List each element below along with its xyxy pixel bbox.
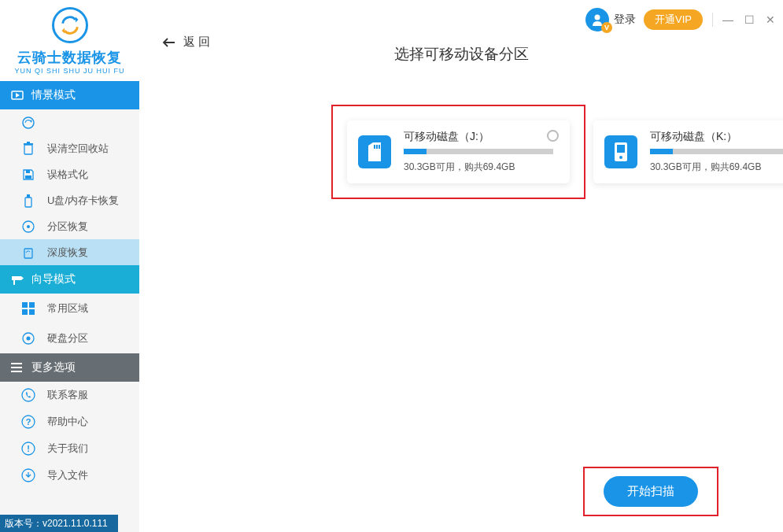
svg-rect-15 bbox=[24, 249, 32, 258]
harddisk-icon bbox=[20, 331, 36, 346]
arrow-left-icon bbox=[161, 37, 175, 48]
hamburger-icon bbox=[11, 361, 24, 374]
section-scene-label: 情景模式 bbox=[31, 88, 76, 102]
sidebar-item-label: 分区恢复 bbox=[47, 220, 88, 234]
usage-bar bbox=[404, 149, 553, 154]
sidebar-item-label: 联系客服 bbox=[47, 388, 88, 402]
avatar-icon: V bbox=[585, 8, 609, 31]
sidebar-item-label: 导入文件 bbox=[47, 468, 88, 482]
refresh-icon bbox=[20, 115, 36, 131]
svg-rect-18 bbox=[13, 280, 15, 285]
version-bar: 版本号：v2021.11.0.111 bbox=[0, 515, 118, 532]
svg-rect-9 bbox=[25, 175, 31, 179]
save-disk-icon bbox=[20, 167, 36, 183]
sidebar-item-import-file[interactable]: 导入文件 bbox=[0, 462, 139, 489]
svg-point-24 bbox=[27, 337, 31, 341]
card-body: 可移动磁盘（J:） 30.3GB可用，购共69.4GB bbox=[404, 130, 559, 174]
sidebar-item-label: 关于我们 bbox=[47, 441, 88, 456]
svg-rect-32 bbox=[374, 145, 375, 149]
user-block[interactable]: V 登录 bbox=[585, 8, 636, 31]
sidebar-item-deep-recovery[interactable]: 深度恢复 bbox=[0, 239, 139, 265]
recycle-bin-icon bbox=[20, 141, 36, 157]
deep-scan-icon bbox=[20, 245, 36, 260]
usage-bar bbox=[650, 149, 783, 154]
sidebar-item-label: 硬盘分区 bbox=[47, 331, 88, 345]
partition-icon bbox=[20, 219, 36, 235]
sidebar-item-label: 深度恢复 bbox=[47, 246, 88, 260]
maximize-button[interactable]: ☐ bbox=[744, 13, 755, 26]
partition-info: 30.3GB可用，购共69.4GB bbox=[404, 161, 559, 174]
svg-rect-16 bbox=[12, 276, 21, 280]
svg-rect-20 bbox=[29, 302, 35, 308]
import-icon bbox=[20, 467, 36, 483]
usage-bar-fill bbox=[650, 149, 673, 154]
minimize-button[interactable]: — bbox=[722, 13, 733, 26]
partition-title: 可移动磁盘（J:） bbox=[404, 130, 559, 144]
logo-subtitle: YUN QI SHI SHU JU HUI FU bbox=[14, 67, 124, 75]
sidebar-item-label: 误清空回收站 bbox=[47, 142, 109, 156]
hdd-icon bbox=[604, 135, 637, 168]
sidebar-item-contact-support[interactable]: 联系客服 bbox=[0, 382, 139, 408]
logo-title: 云骑士数据恢复 bbox=[17, 48, 122, 67]
svg-point-4 bbox=[23, 117, 34, 128]
svg-point-25 bbox=[22, 389, 35, 401]
svg-point-31 bbox=[595, 15, 600, 20]
sidebar-item-help-center[interactable]: ? 帮助中心 bbox=[0, 408, 139, 435]
svg-marker-1 bbox=[61, 28, 65, 33]
close-button[interactable]: ✕ bbox=[766, 13, 775, 26]
scene-icon bbox=[11, 89, 24, 102]
svg-rect-19 bbox=[22, 302, 28, 308]
window-controls: — ☐ ✕ bbox=[722, 13, 775, 26]
page-title: 选择可移动设备分区 bbox=[394, 44, 529, 65]
sidebar-item-about-us[interactable]: ! 关于我们 bbox=[0, 435, 139, 462]
partition-cards: 可移动磁盘（J:） 30.3GB可用，购共69.4GB 可移动磁盘（K:） 30… bbox=[347, 120, 783, 183]
phone-icon bbox=[20, 387, 36, 403]
sidebar-item-refresh[interactable] bbox=[0, 109, 139, 135]
svg-marker-3 bbox=[16, 93, 20, 98]
sidebar-item-label: 误格式化 bbox=[47, 168, 88, 182]
sidebar-item-label: 常用区域 bbox=[47, 301, 88, 316]
partition-title: 可移动磁盘（K:） bbox=[650, 130, 783, 144]
sidebar-item-disk-partition[interactable]: 硬盘分区 bbox=[0, 323, 139, 353]
radio-unselected[interactable] bbox=[547, 130, 559, 142]
svg-rect-22 bbox=[29, 309, 35, 315]
svg-rect-8 bbox=[27, 142, 30, 143]
sidebar-item-usb-recovery[interactable]: U盘/内存卡恢复 bbox=[0, 187, 139, 213]
partition-card-j[interactable]: 可移动磁盘（J:） 30.3GB可用，购共69.4GB bbox=[347, 120, 570, 183]
svg-rect-36 bbox=[617, 145, 625, 153]
usb-icon bbox=[20, 193, 36, 209]
sidebar: 云骑士数据恢复 YUN QI SHI SHU JU HUI FU 情景模式 误清… bbox=[0, 0, 139, 532]
sidebar-item-recycle-bin[interactable]: 误清空回收站 bbox=[0, 135, 139, 161]
sidebar-item-label: U盘/内存卡恢复 bbox=[47, 194, 119, 208]
back-button[interactable]: 返 回 bbox=[161, 35, 210, 50]
login-text: 登录 bbox=[614, 13, 636, 27]
partition-card-k[interactable]: 可移动磁盘（K:） 30.3GB可用，购共69.4GB bbox=[593, 120, 783, 183]
section-guide-mode: 向导模式 bbox=[0, 265, 139, 294]
sidebar-item-partition-recovery[interactable]: 分区恢复 bbox=[0, 213, 139, 239]
start-scan-button[interactable]: 开始扫描 bbox=[604, 476, 698, 507]
divider bbox=[712, 13, 713, 27]
signpost-icon bbox=[11, 273, 24, 286]
sidebar-item-common-area[interactable]: 常用区域 bbox=[0, 294, 139, 323]
sidebar-item-label: 帮助中心 bbox=[47, 415, 88, 429]
svg-rect-12 bbox=[27, 194, 30, 198]
svg-rect-34 bbox=[379, 145, 380, 149]
section-more-options: 更多选项 bbox=[0, 353, 139, 382]
help-icon: ? bbox=[20, 414, 36, 430]
vip-badge: V bbox=[601, 22, 612, 33]
svg-point-14 bbox=[27, 225, 30, 228]
svg-marker-5 bbox=[31, 120, 32, 123]
scan-highlight-frame: 开始扫描 bbox=[583, 467, 718, 516]
svg-rect-11 bbox=[25, 198, 31, 207]
svg-text:!: ! bbox=[27, 444, 30, 453]
highlight-frame: 可移动磁盘（J:） 30.3GB可用，购共69.4GB bbox=[331, 105, 585, 199]
sd-card-icon bbox=[358, 135, 391, 168]
sidebar-item-format[interactable]: 误格式化 bbox=[0, 161, 139, 187]
svg-text:?: ? bbox=[26, 417, 31, 427]
section-more-label: 更多选项 bbox=[31, 360, 76, 375]
section-guide-label: 向导模式 bbox=[31, 272, 76, 286]
partition-info: 30.3GB可用，购共69.4GB bbox=[650, 161, 783, 174]
svg-point-37 bbox=[619, 156, 622, 159]
vip-button[interactable]: 开通VIP bbox=[644, 9, 703, 30]
section-scene-mode: 情景模式 bbox=[0, 81, 139, 109]
